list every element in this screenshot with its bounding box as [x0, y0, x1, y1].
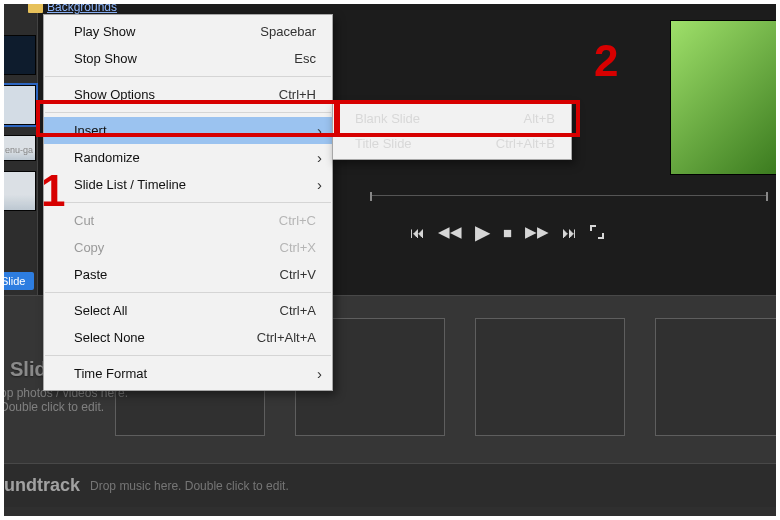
menu-item-shortcut: Ctrl+V	[280, 266, 316, 283]
play-icon[interactable]: ▶	[475, 220, 490, 244]
list-item[interactable]	[0, 85, 36, 125]
menu-item-label: Cut	[74, 212, 94, 229]
slide-button[interactable]: Slide	[0, 272, 34, 290]
submenu-item[interactable]: Blank SlideAlt+B	[333, 106, 571, 131]
menu-item-label: Stop Show	[74, 50, 137, 67]
folder-icon	[28, 1, 43, 13]
menu-separator	[45, 76, 331, 77]
menu-item-label: Paste	[74, 266, 107, 283]
menu-item[interactable]: Insert	[44, 117, 332, 144]
soundtrack-panel[interactable]: undtrack Drop music here. Double click t…	[0, 463, 780, 507]
folder-label: Backgrounds	[47, 0, 117, 14]
menu-separator	[45, 202, 331, 203]
hint-line: Double click to edit.	[0, 400, 128, 414]
menu-item-shortcut: Spacebar	[260, 23, 316, 40]
menu-item-shortcut: Ctrl+A	[280, 302, 316, 319]
menu-item[interactable]: Time Format	[44, 360, 332, 387]
menu-item-shortcut: Ctrl+H	[279, 86, 316, 103]
side-label: enu-ga	[0, 145, 38, 155]
menu-item-label: Copy	[74, 239, 104, 256]
menu-item[interactable]: Slide List / Timeline	[44, 171, 332, 198]
menu-item-shortcut: Esc	[294, 50, 316, 67]
stop-icon[interactable]: ■	[503, 224, 512, 241]
menu-item-label: Select None	[74, 329, 145, 346]
context-menu: Play ShowSpacebarStop ShowEscShow Option…	[43, 14, 333, 391]
menu-item-label: Insert	[74, 122, 107, 139]
menu-item[interactable]: Play ShowSpacebar	[44, 18, 332, 45]
list-item[interactable]	[0, 35, 36, 75]
thumbnail-column	[0, 35, 38, 221]
menu-item-shortcut: Ctrl+C	[279, 212, 316, 229]
skip-end-icon[interactable]: ⏭	[562, 224, 577, 241]
submenu-item-shortcut: Alt+B	[524, 111, 555, 126]
menu-item[interactable]: Randomize	[44, 144, 332, 171]
menu-item-label: Randomize	[74, 149, 140, 166]
timeline-bar[interactable]	[370, 195, 768, 203]
soundtrack-hint: Drop music here. Double click to edit.	[90, 479, 289, 493]
menu-item-shortcut: Ctrl+X	[280, 239, 316, 256]
menu-item-shortcut: Ctrl+Alt+A	[257, 329, 316, 346]
rewind-icon[interactable]: ◀◀	[438, 223, 462, 241]
submenu-item[interactable]: Title SlideCtrl+Alt+B	[333, 131, 571, 156]
menu-item-label: Play Show	[74, 23, 135, 40]
fast-forward-icon[interactable]: ▶▶	[525, 223, 549, 241]
skip-start-icon[interactable]: ⏮	[410, 224, 425, 241]
submenu-item-label: Title Slide	[355, 136, 412, 151]
insert-submenu: Blank SlideAlt+BTitle SlideCtrl+Alt+B	[332, 102, 572, 160]
slide-slot[interactable]	[655, 318, 780, 436]
menu-item[interactable]: PasteCtrl+V	[44, 261, 332, 288]
preview-panel	[670, 20, 780, 175]
fullscreen-icon[interactable]	[590, 225, 604, 239]
soundtrack-title: undtrack	[4, 475, 80, 496]
menu-item: CopyCtrl+X	[44, 234, 332, 261]
menu-item-label: Time Format	[74, 365, 147, 382]
transport-controls: ⏮ ◀◀ ▶ ■ ▶▶ ⏭	[410, 220, 604, 244]
menu-item-label: Slide List / Timeline	[74, 176, 186, 193]
menu-item-label: Show Options	[74, 86, 155, 103]
menu-item: CutCtrl+C	[44, 207, 332, 234]
slide-slot[interactable]	[475, 318, 625, 436]
submenu-item-label: Blank Slide	[355, 111, 420, 126]
menu-separator	[45, 112, 331, 113]
submenu-item-shortcut: Ctrl+Alt+B	[496, 136, 555, 151]
menu-item[interactable]: Show OptionsCtrl+H	[44, 81, 332, 108]
folder-breadcrumb[interactable]: Backgrounds	[28, 0, 117, 14]
menu-item[interactable]: Select NoneCtrl+Alt+A	[44, 324, 332, 351]
menu-item[interactable]: Stop ShowEsc	[44, 45, 332, 72]
menu-item[interactable]: Select AllCtrl+A	[44, 297, 332, 324]
menu-item-label: Select All	[74, 302, 127, 319]
menu-separator	[45, 292, 331, 293]
list-item[interactable]	[0, 171, 36, 211]
menu-separator	[45, 355, 331, 356]
